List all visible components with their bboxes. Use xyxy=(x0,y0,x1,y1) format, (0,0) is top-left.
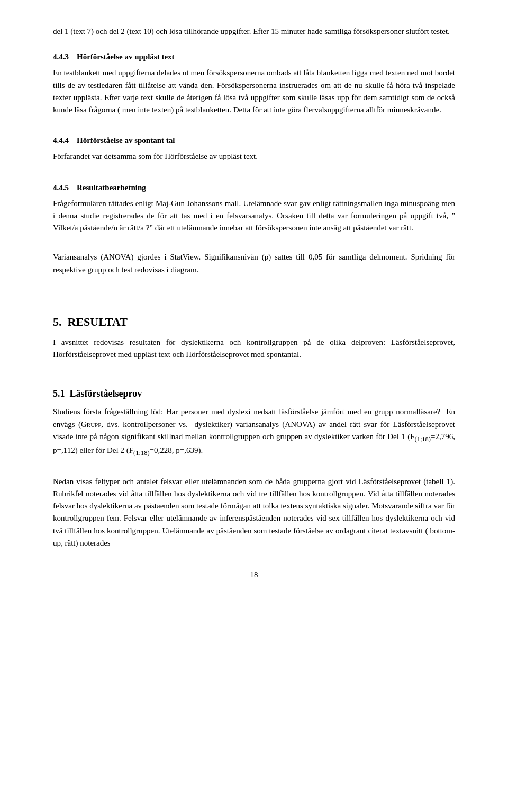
section-443-title: Hörförståelse av uppläst text xyxy=(77,52,175,61)
section-5-paragraph: I avsnittet redovisas resultaten för dys… xyxy=(53,336,455,361)
section-51-paragraph2: Nedan visas feltyper och antalet felsvar… xyxy=(53,476,455,550)
section-444-heading: 4.4.4 Hörförståelse av spontant tal xyxy=(53,136,455,145)
section-445-number: 4.4.5 xyxy=(53,183,69,192)
section-51-paragraph1: Studiens första frågeställning löd: Har … xyxy=(53,406,455,458)
section-51-number: 5.1 xyxy=(53,388,65,399)
intro-paragraph: del 1 (text 7) och del 2 (text 10) och l… xyxy=(53,25,455,38)
variansanalys-paragraph: Variansanalys (ANOVA) gjordes i StatView… xyxy=(53,251,455,276)
page-number: 18 xyxy=(53,570,455,579)
section-5-title: RESULTAT xyxy=(68,315,128,328)
page: del 1 (text 7) och del 2 (text 10) och l… xyxy=(0,0,508,812)
section-51-heading: 5.1 Läsförståelseprov xyxy=(53,388,455,399)
section-444-paragraph: Förfarandet var detsamma som för Hörförs… xyxy=(53,150,455,163)
section-445-heading: 4.4.5 Resultatbearbetning xyxy=(53,183,455,192)
section-444-title: Hörförståelse av spontant tal xyxy=(77,136,175,145)
section-444-number: 4.4.4 xyxy=(53,136,69,145)
section-443-paragraph: En testblankett med uppgifterna delades … xyxy=(53,67,455,116)
section-5-number: 5. xyxy=(53,315,62,328)
section-443-heading: 4.4.3 Hörförståelse av uppläst text xyxy=(53,52,455,61)
section-445-title: Resultatbearbetning xyxy=(77,183,146,192)
section-443-number: 4.4.3 xyxy=(53,52,69,61)
section-51-title: Läsförståelseprov xyxy=(70,388,142,399)
section-5-heading: 5. RESULTAT xyxy=(53,315,455,329)
section-445-paragraph: Frågeformulären rättades enligt Maj-Gun … xyxy=(53,198,455,235)
